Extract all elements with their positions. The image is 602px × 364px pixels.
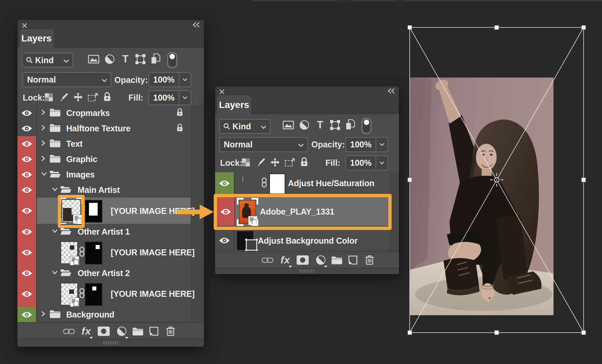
layer-row-background[interactable]: Background [17, 307, 191, 323]
lock-artboard-nesting-icon[interactable] [88, 93, 98, 102]
mask-link-icon[interactable] [79, 288, 85, 299]
layer-row-halftone-texture[interactable]: Halftone Texture [17, 121, 191, 137]
filter-smart-objects-icon[interactable] [150, 53, 161, 65]
visibility-eye-icon[interactable] [17, 136, 37, 151]
transform-center-point[interactable] [490, 173, 503, 187]
new-layer-icon[interactable] [348, 255, 358, 265]
expand-chevron-icon[interactable] [41, 311, 45, 319]
layer-effects-icon[interactable]: fx [281, 254, 290, 266]
smart-object-thumbnail[interactable] [61, 283, 78, 305]
visibility-eye-icon[interactable] [215, 230, 234, 251]
filter-shape-layers-icon[interactable] [135, 54, 146, 65]
lock-artboard-nesting-icon[interactable] [285, 158, 295, 167]
layer-row-images[interactable]: Images [17, 167, 191, 183]
expand-chevron-icon[interactable] [41, 155, 45, 163]
visibility-eye-icon[interactable] [17, 224, 37, 239]
smart-object-thumbnail[interactable] [62, 200, 81, 222]
layer-row-graphic[interactable]: Graphic [17, 151, 191, 167]
collapse-chevron-icon[interactable] [41, 171, 47, 177]
filter-type-layers-icon[interactable]: T [315, 119, 325, 131]
filter-kind-select[interactable]: Kind [22, 53, 73, 68]
opacity-input[interactable]: 100% [148, 72, 191, 87]
layer-effects-icon[interactable]: fx [82, 326, 91, 337]
opacity-input[interactable]: 100% [345, 137, 388, 152]
adjustment-mask-thumbnail[interactable] [269, 173, 285, 194]
panel-resize-grip[interactable] [17, 339, 204, 347]
visibility-eye-icon[interactable] [17, 151, 37, 167]
filter-shape-layers-icon[interactable] [330, 120, 340, 130]
layer-mask-thumbnail[interactable] [85, 200, 102, 223]
lock-transparent-pixels-icon[interactable] [242, 158, 250, 166]
visibility-eye-icon[interactable] [215, 172, 234, 194]
close-icon[interactable] [21, 22, 27, 28]
new-layer-icon[interactable] [149, 326, 159, 336]
layer-row-other-artist-2[interactable]: Other Artist 2 [17, 265, 191, 281]
add-layer-mask-icon[interactable] [297, 255, 309, 265]
lock-transparent-pixels-icon[interactable] [45, 93, 53, 101]
lock-all-icon[interactable] [103, 92, 111, 102]
new-adjustment-layer-icon[interactable] [117, 326, 127, 336]
lock-position-icon[interactable] [74, 93, 83, 102]
visibility-eye-icon[interactable] [17, 182, 37, 198]
visibility-eye-icon[interactable] [17, 239, 37, 265]
delete-layer-icon[interactable] [166, 326, 175, 336]
layer-row-cropmarks[interactable]: Cropmarks [17, 105, 191, 121]
filter-adjustment-layers-icon[interactable] [299, 120, 309, 130]
hue-saturation-adjustment-icon[interactable] [242, 176, 243, 183]
link-layers-icon[interactable] [63, 327, 75, 336]
layer-row-other-artist-1[interactable]: Other Artist 1 [17, 224, 191, 240]
filter-pixel-layers-icon[interactable] [283, 120, 294, 130]
collapse-panel-icon[interactable] [387, 88, 396, 94]
lock-position-icon[interactable] [271, 158, 280, 167]
new-group-icon[interactable] [331, 256, 342, 264]
visibility-eye-icon[interactable] [17, 121, 37, 136]
smart-object-thumbnail[interactable] [61, 242, 78, 264]
lock-all-icon[interactable] [300, 157, 308, 167]
visibility-eye-icon[interactable] [17, 198, 37, 224]
collapse-chevron-icon[interactable] [52, 229, 58, 235]
free-transform-overlay[interactable] [408, 25, 586, 335]
visibility-eye-icon[interactable] [17, 105, 37, 121]
expand-chevron-icon[interactable] [41, 124, 45, 132]
new-group-icon[interactable] [132, 327, 143, 336]
new-adjustment-layer-icon[interactable] [316, 255, 326, 265]
filter-toggle-switch[interactable] [167, 52, 177, 68]
fill-input[interactable]: 100% [345, 155, 388, 170]
visibility-eye-icon[interactable] [217, 197, 235, 226]
link-layers-icon[interactable] [262, 255, 274, 265]
add-layer-mask-icon[interactable] [98, 327, 110, 336]
blend-mode-select[interactable]: Normal [22, 72, 111, 87]
close-icon[interactable] [219, 89, 225, 95]
blend-mode-select[interactable]: Normal [219, 137, 308, 152]
layer-row-main-artist[interactable]: Main Artist [17, 182, 191, 198]
filter-smart-objects-icon[interactable] [345, 119, 355, 130]
layer-row-your-image-here-selected[interactable]: [YOUR IMAGE HERE] [17, 198, 191, 225]
tab-layers[interactable]: Layers [217, 95, 251, 114]
delete-layer-icon[interactable] [365, 255, 374, 265]
filter-adjustment-layers-icon[interactable] [105, 54, 115, 64]
lock-image-pixels-icon[interactable] [60, 93, 69, 102]
smart-object-photo-thumbnail[interactable] [239, 200, 256, 224]
expand-chevron-icon[interactable] [41, 109, 45, 117]
fill-input[interactable]: 100% [148, 90, 191, 105]
panel-resize-grip[interactable] [215, 268, 399, 274]
layer-mask-thumbnail[interactable] [85, 242, 102, 264]
collapse-chevron-icon[interactable] [52, 270, 58, 276]
visibility-eye-icon[interactable] [17, 281, 37, 307]
lock-image-pixels-icon[interactable] [257, 158, 266, 167]
tab-layers[interactable]: Layers [19, 29, 54, 48]
filter-type-layers-icon[interactable]: T [120, 53, 130, 65]
mask-link-icon[interactable] [261, 177, 267, 189]
filter-pixel-layers-icon[interactable] [88, 54, 99, 64]
mask-link-icon[interactable] [79, 247, 85, 258]
visibility-eye-icon[interactable] [17, 307, 37, 322]
layer-row-adjust-hue-saturation[interactable]: Adjust Hue/Saturation [215, 172, 390, 195]
expand-chevron-icon[interactable] [41, 140, 45, 148]
visibility-eye-icon[interactable] [17, 265, 37, 281]
collapse-panel-icon[interactable] [192, 22, 201, 27]
filter-kind-select[interactable]: Kind [219, 119, 271, 134]
visibility-eye-icon[interactable] [17, 167, 37, 182]
scrollbar-gutter[interactable] [390, 172, 399, 251]
layer-row-adjust-background-color[interactable]: Adjust Background Color [215, 230, 390, 252]
layer-row-text[interactable]: Text [17, 136, 191, 152]
